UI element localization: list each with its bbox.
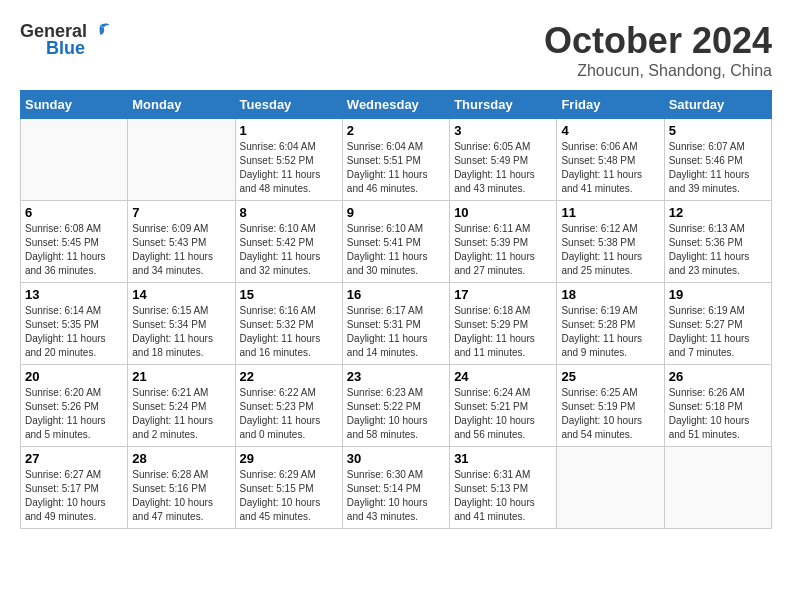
weekday-header-friday: Friday xyxy=(557,91,664,119)
calendar-week-row: 1Sunrise: 6:04 AM Sunset: 5:52 PM Daylig… xyxy=(21,119,772,201)
day-number: 28 xyxy=(132,451,230,466)
day-number: 20 xyxy=(25,369,123,384)
calendar-cell: 18Sunrise: 6:19 AM Sunset: 5:28 PM Dayli… xyxy=(557,283,664,365)
day-number: 29 xyxy=(240,451,338,466)
day-number: 2 xyxy=(347,123,445,138)
day-number: 5 xyxy=(669,123,767,138)
day-info: Sunrise: 6:08 AM Sunset: 5:45 PM Dayligh… xyxy=(25,222,123,278)
day-info: Sunrise: 6:06 AM Sunset: 5:48 PM Dayligh… xyxy=(561,140,659,196)
calendar-cell: 26Sunrise: 6:26 AM Sunset: 5:18 PM Dayli… xyxy=(664,365,771,447)
weekday-header-sunday: Sunday xyxy=(21,91,128,119)
day-info: Sunrise: 6:07 AM Sunset: 5:46 PM Dayligh… xyxy=(669,140,767,196)
day-info: Sunrise: 6:31 AM Sunset: 5:13 PM Dayligh… xyxy=(454,468,552,524)
calendar-week-row: 27Sunrise: 6:27 AM Sunset: 5:17 PM Dayli… xyxy=(21,447,772,529)
weekday-header-saturday: Saturday xyxy=(664,91,771,119)
calendar-week-row: 6Sunrise: 6:08 AM Sunset: 5:45 PM Daylig… xyxy=(21,201,772,283)
title-section: October 2024 Zhoucun, Shandong, China xyxy=(544,20,772,80)
day-info: Sunrise: 6:15 AM Sunset: 5:34 PM Dayligh… xyxy=(132,304,230,360)
day-info: Sunrise: 6:25 AM Sunset: 5:19 PM Dayligh… xyxy=(561,386,659,442)
day-number: 26 xyxy=(669,369,767,384)
month-title: October 2024 xyxy=(544,20,772,62)
location-title: Zhoucun, Shandong, China xyxy=(544,62,772,80)
day-info: Sunrise: 6:10 AM Sunset: 5:41 PM Dayligh… xyxy=(347,222,445,278)
day-number: 14 xyxy=(132,287,230,302)
day-number: 31 xyxy=(454,451,552,466)
calendar-cell: 14Sunrise: 6:15 AM Sunset: 5:34 PM Dayli… xyxy=(128,283,235,365)
calendar-cell: 6Sunrise: 6:08 AM Sunset: 5:45 PM Daylig… xyxy=(21,201,128,283)
day-number: 15 xyxy=(240,287,338,302)
day-info: Sunrise: 6:27 AM Sunset: 5:17 PM Dayligh… xyxy=(25,468,123,524)
day-info: Sunrise: 6:28 AM Sunset: 5:16 PM Dayligh… xyxy=(132,468,230,524)
calendar-cell: 27Sunrise: 6:27 AM Sunset: 5:17 PM Dayli… xyxy=(21,447,128,529)
calendar-cell: 13Sunrise: 6:14 AM Sunset: 5:35 PM Dayli… xyxy=(21,283,128,365)
day-number: 4 xyxy=(561,123,659,138)
day-number: 11 xyxy=(561,205,659,220)
calendar-cell xyxy=(664,447,771,529)
day-number: 8 xyxy=(240,205,338,220)
calendar-cell: 31Sunrise: 6:31 AM Sunset: 5:13 PM Dayli… xyxy=(450,447,557,529)
day-number: 9 xyxy=(347,205,445,220)
day-number: 23 xyxy=(347,369,445,384)
logo-blue: Blue xyxy=(46,38,85,59)
calendar-cell: 15Sunrise: 6:16 AM Sunset: 5:32 PM Dayli… xyxy=(235,283,342,365)
calendar-cell: 9Sunrise: 6:10 AM Sunset: 5:41 PM Daylig… xyxy=(342,201,449,283)
day-info: Sunrise: 6:18 AM Sunset: 5:29 PM Dayligh… xyxy=(454,304,552,360)
calendar-cell xyxy=(128,119,235,201)
calendar-cell: 7Sunrise: 6:09 AM Sunset: 5:43 PM Daylig… xyxy=(128,201,235,283)
day-info: Sunrise: 6:21 AM Sunset: 5:24 PM Dayligh… xyxy=(132,386,230,442)
calendar-cell: 10Sunrise: 6:11 AM Sunset: 5:39 PM Dayli… xyxy=(450,201,557,283)
page-header: General Blue October 2024 Zhoucun, Shand… xyxy=(20,20,772,80)
day-info: Sunrise: 6:17 AM Sunset: 5:31 PM Dayligh… xyxy=(347,304,445,360)
day-number: 27 xyxy=(25,451,123,466)
calendar-cell: 20Sunrise: 6:20 AM Sunset: 5:26 PM Dayli… xyxy=(21,365,128,447)
calendar-cell: 16Sunrise: 6:17 AM Sunset: 5:31 PM Dayli… xyxy=(342,283,449,365)
calendar-cell: 19Sunrise: 6:19 AM Sunset: 5:27 PM Dayli… xyxy=(664,283,771,365)
day-number: 13 xyxy=(25,287,123,302)
day-number: 19 xyxy=(669,287,767,302)
day-number: 24 xyxy=(454,369,552,384)
weekday-header-wednesday: Wednesday xyxy=(342,91,449,119)
calendar-cell: 11Sunrise: 6:12 AM Sunset: 5:38 PM Dayli… xyxy=(557,201,664,283)
day-info: Sunrise: 6:09 AM Sunset: 5:43 PM Dayligh… xyxy=(132,222,230,278)
calendar-cell: 25Sunrise: 6:25 AM Sunset: 5:19 PM Dayli… xyxy=(557,365,664,447)
calendar-cell: 30Sunrise: 6:30 AM Sunset: 5:14 PM Dayli… xyxy=(342,447,449,529)
day-number: 17 xyxy=(454,287,552,302)
weekday-header-thursday: Thursday xyxy=(450,91,557,119)
day-number: 30 xyxy=(347,451,445,466)
day-number: 16 xyxy=(347,287,445,302)
day-info: Sunrise: 6:13 AM Sunset: 5:36 PM Dayligh… xyxy=(669,222,767,278)
day-info: Sunrise: 6:14 AM Sunset: 5:35 PM Dayligh… xyxy=(25,304,123,360)
calendar-cell xyxy=(557,447,664,529)
day-number: 6 xyxy=(25,205,123,220)
calendar-cell: 5Sunrise: 6:07 AM Sunset: 5:46 PM Daylig… xyxy=(664,119,771,201)
weekday-header-row: SundayMondayTuesdayWednesdayThursdayFrid… xyxy=(21,91,772,119)
day-number: 12 xyxy=(669,205,767,220)
calendar-cell: 23Sunrise: 6:23 AM Sunset: 5:22 PM Dayli… xyxy=(342,365,449,447)
day-info: Sunrise: 6:30 AM Sunset: 5:14 PM Dayligh… xyxy=(347,468,445,524)
weekday-header-tuesday: Tuesday xyxy=(235,91,342,119)
day-number: 3 xyxy=(454,123,552,138)
day-number: 22 xyxy=(240,369,338,384)
day-number: 10 xyxy=(454,205,552,220)
day-info: Sunrise: 6:10 AM Sunset: 5:42 PM Dayligh… xyxy=(240,222,338,278)
day-info: Sunrise: 6:23 AM Sunset: 5:22 PM Dayligh… xyxy=(347,386,445,442)
calendar-cell: 22Sunrise: 6:22 AM Sunset: 5:23 PM Dayli… xyxy=(235,365,342,447)
day-info: Sunrise: 6:05 AM Sunset: 5:49 PM Dayligh… xyxy=(454,140,552,196)
calendar-cell: 21Sunrise: 6:21 AM Sunset: 5:24 PM Dayli… xyxy=(128,365,235,447)
day-number: 18 xyxy=(561,287,659,302)
calendar-cell: 28Sunrise: 6:28 AM Sunset: 5:16 PM Dayli… xyxy=(128,447,235,529)
day-info: Sunrise: 6:04 AM Sunset: 5:52 PM Dayligh… xyxy=(240,140,338,196)
day-info: Sunrise: 6:22 AM Sunset: 5:23 PM Dayligh… xyxy=(240,386,338,442)
day-info: Sunrise: 6:12 AM Sunset: 5:38 PM Dayligh… xyxy=(561,222,659,278)
day-info: Sunrise: 6:29 AM Sunset: 5:15 PM Dayligh… xyxy=(240,468,338,524)
day-info: Sunrise: 6:24 AM Sunset: 5:21 PM Dayligh… xyxy=(454,386,552,442)
calendar-cell: 24Sunrise: 6:24 AM Sunset: 5:21 PM Dayli… xyxy=(450,365,557,447)
calendar-cell: 12Sunrise: 6:13 AM Sunset: 5:36 PM Dayli… xyxy=(664,201,771,283)
calendar-cell: 17Sunrise: 6:18 AM Sunset: 5:29 PM Dayli… xyxy=(450,283,557,365)
day-info: Sunrise: 6:26 AM Sunset: 5:18 PM Dayligh… xyxy=(669,386,767,442)
day-number: 21 xyxy=(132,369,230,384)
calendar-week-row: 13Sunrise: 6:14 AM Sunset: 5:35 PM Dayli… xyxy=(21,283,772,365)
calendar-week-row: 20Sunrise: 6:20 AM Sunset: 5:26 PM Dayli… xyxy=(21,365,772,447)
calendar-cell: 4Sunrise: 6:06 AM Sunset: 5:48 PM Daylig… xyxy=(557,119,664,201)
day-info: Sunrise: 6:19 AM Sunset: 5:28 PM Dayligh… xyxy=(561,304,659,360)
